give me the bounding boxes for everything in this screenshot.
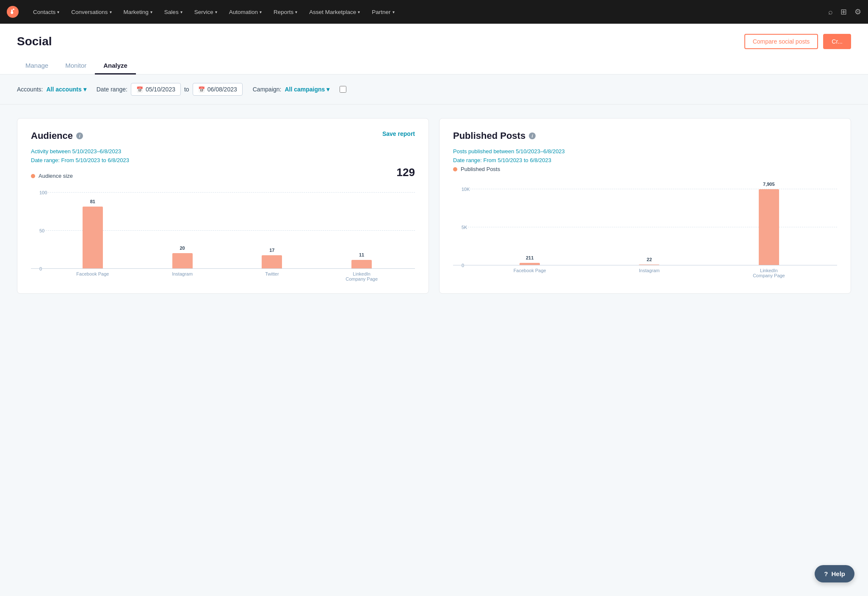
- audience-legend: Audience size 129: [31, 166, 415, 186]
- svg-point-1: [13, 8, 14, 10]
- nav-item-automation-label: Automation: [229, 9, 258, 15]
- x-label-pp-linkedin: LinkedInCompany Page: [709, 268, 829, 278]
- bar-group-instagram: 20: [138, 193, 227, 268]
- nav-logo[interactable]: [7, 6, 19, 18]
- page-title: Social: [17, 35, 52, 48]
- accounts-dropdown[interactable]: All accounts ▾: [46, 86, 86, 93]
- nav-item-asset-marketplace-label: Asset Marketplace: [309, 9, 356, 15]
- compare-social-posts-button[interactable]: Compare social posts: [744, 34, 818, 49]
- bar-value-pp-facebook: 211: [526, 255, 534, 260]
- chevron-down-icon: ▾: [260, 10, 262, 14]
- nav-item-conversations[interactable]: Conversations ▾: [65, 0, 117, 24]
- published-posts-legend-dot: [453, 167, 457, 171]
- page-header: Social Compare social posts Cr... Manage…: [0, 24, 868, 74]
- nav-item-marketing[interactable]: Marketing ▾: [118, 0, 158, 24]
- x-label-instagram: Instagram: [138, 271, 227, 281]
- date-range-label: Date range:: [97, 86, 127, 93]
- published-posts-date-range-text: Date range: From 5/10/2023 to 6/8/2023: [453, 157, 837, 163]
- bar-group-facebook: 81: [48, 193, 138, 268]
- x-label-twitter: Twitter: [227, 271, 317, 281]
- tab-manage[interactable]: Manage: [17, 58, 57, 74]
- nav-item-service-label: Service: [194, 9, 213, 15]
- bar-value-linkedin: 11: [359, 252, 364, 257]
- bar-group-pp-instagram: 22: [589, 189, 709, 265]
- date-to-separator: to: [184, 86, 189, 93]
- chevron-down-icon: ▾: [83, 86, 86, 93]
- audience-save-report-link[interactable]: Save report: [382, 130, 415, 137]
- navbar: Contacts ▾ Conversations ▾ Marketing ▾ S…: [0, 0, 868, 24]
- audience-info-icon[interactable]: i: [76, 132, 83, 139]
- published-posts-info-icon[interactable]: i: [529, 132, 536, 139]
- accounts-filter-group: Accounts: All accounts ▾: [17, 86, 86, 93]
- page-header-top: Social Compare social posts Cr...: [17, 34, 851, 49]
- bar-group-pp-facebook: 211: [470, 189, 589, 265]
- bar-value-twitter: 17: [269, 248, 274, 253]
- marketplace-icon[interactable]: ⊞: [840, 7, 847, 17]
- chevron-down-icon: ▾: [57, 10, 59, 14]
- date-from-value: 05/10/2023: [146, 86, 175, 93]
- accounts-label: Accounts:: [17, 86, 43, 93]
- bar-linkedin: 11: [351, 260, 372, 268]
- chevron-down-icon: ▾: [215, 10, 217, 14]
- audience-bars: 81 20 17: [31, 193, 415, 269]
- x-label-linkedin: LinkedInCompany Page: [317, 271, 406, 281]
- search-icon[interactable]: ⌕: [828, 8, 833, 17]
- nav-item-automation[interactable]: Automation ▾: [223, 0, 268, 24]
- x-label-pp-facebook: Facebook Page: [470, 268, 589, 278]
- create-button[interactable]: Cr...: [823, 34, 851, 49]
- published-posts-legend-label: Published Posts: [461, 166, 500, 172]
- header-actions: Compare social posts Cr...: [744, 34, 851, 49]
- chevron-down-icon: ▾: [393, 10, 395, 14]
- bar-twitter: 17: [262, 255, 282, 268]
- published-posts-card-title: Published Posts i: [453, 130, 536, 141]
- campaign-filter-group: Campaign: All campaigns ▾: [253, 86, 330, 93]
- main-content: Audience i Save report Activity between …: [0, 105, 868, 307]
- nav-item-partner-label: Partner: [372, 9, 390, 15]
- audience-x-labels: Facebook Page Instagram Twitter LinkedIn…: [31, 269, 415, 281]
- calendar-icon: 📅: [136, 86, 143, 93]
- bar-pp-instagram: 22: [639, 265, 659, 265]
- campaign-value: All campaigns: [285, 86, 325, 93]
- tab-analyze[interactable]: Analyze: [95, 58, 136, 74]
- chevron-down-icon: ▾: [326, 86, 329, 93]
- nav-item-contacts[interactable]: Contacts ▾: [27, 0, 65, 24]
- published-posts-x-labels: Facebook Page Instagram LinkedInCompany …: [453, 265, 837, 278]
- bar-value-pp-instagram: 22: [647, 257, 652, 262]
- bar-group-twitter: 17: [227, 193, 317, 268]
- campaign-label: Campaign:: [253, 86, 282, 93]
- audience-legend-dot: [31, 174, 35, 178]
- published-posts-card: Published Posts i Posts published betwee…: [439, 118, 851, 294]
- nav-item-marketing-label: Marketing: [124, 9, 149, 15]
- published-posts-card-header: Published Posts i: [453, 130, 837, 141]
- nav-item-service[interactable]: Service ▾: [188, 0, 223, 24]
- bar-pp-facebook: 211: [520, 263, 540, 265]
- published-posts-bar-chart: 10K 5K 0 211 22: [453, 189, 837, 278]
- campaign-dropdown[interactable]: All campaigns ▾: [285, 86, 329, 93]
- nav-item-partner[interactable]: Partner ▾: [366, 0, 400, 24]
- settings-icon[interactable]: ⚙: [854, 7, 861, 17]
- accounts-value: All accounts: [46, 86, 81, 93]
- bar-group-linkedin: 11: [317, 193, 406, 268]
- filters-bar: Accounts: All accounts ▾ Date range: 📅 0…: [0, 74, 868, 105]
- nav-item-asset-marketplace[interactable]: Asset Marketplace ▾: [303, 0, 366, 24]
- compare-checkbox[interactable]: [340, 86, 346, 93]
- compare-checkbox-group: [340, 86, 346, 93]
- nav-item-sales[interactable]: Sales ▾: [158, 0, 188, 24]
- date-from-input[interactable]: 📅 05/10/2023: [131, 83, 181, 96]
- audience-card-header: Audience i Save report: [31, 130, 415, 141]
- nav-item-sales-label: Sales: [164, 9, 179, 15]
- bar-value-instagram: 20: [180, 246, 185, 251]
- tab-monitor[interactable]: Monitor: [57, 58, 95, 74]
- calendar-icon: 📅: [198, 86, 205, 93]
- chevron-down-icon: ▾: [180, 10, 182, 14]
- date-to-input[interactable]: 📅 06/08/2023: [193, 83, 243, 96]
- date-range-filter-group: Date range: 📅 05/10/2023 to 📅 06/08/2023: [97, 83, 243, 96]
- nav-item-conversations-label: Conversations: [71, 9, 108, 15]
- chevron-down-icon: ▾: [150, 10, 152, 14]
- published-posts-legend: Published Posts: [453, 166, 837, 172]
- page-tabs: Manage Monitor Analyze: [17, 58, 851, 74]
- nav-item-reports[interactable]: Reports ▾: [268, 0, 303, 24]
- bar-facebook: 81: [83, 207, 103, 268]
- published-posts-activity-text: Posts published between 5/10/2023–6/8/20…: [453, 148, 837, 155]
- nav-item-contacts-label: Contacts: [33, 9, 55, 15]
